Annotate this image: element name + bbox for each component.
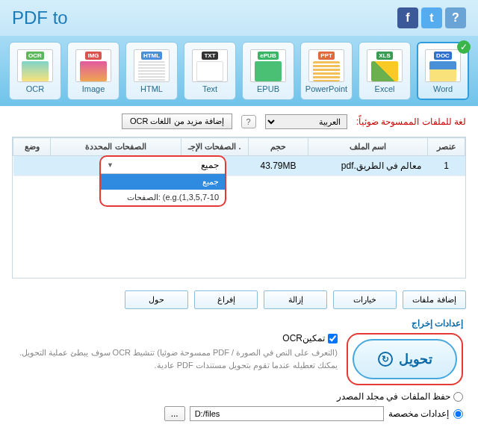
- pages-option-range[interactable]: الصفحات: (e.g.(1,3,5,7-10: [101, 190, 225, 205]
- check-icon: ✓: [457, 40, 471, 54]
- save-source-radio[interactable]: [453, 392, 463, 402]
- pages-option-all[interactable]: جميع: [101, 174, 225, 190]
- remove-button[interactable]: إزالة: [264, 290, 327, 309]
- convert-button[interactable]: تحويل ↻: [353, 339, 457, 379]
- tool-html[interactable]: HTMLHTML: [125, 42, 178, 100]
- ocr-lang-select[interactable]: العربية: [265, 114, 347, 129]
- tool-image[interactable]: IMGImage: [67, 42, 120, 100]
- col-status[interactable]: وضع: [13, 138, 51, 156]
- help-icon[interactable]: ?: [445, 7, 466, 28]
- ocr-lang-label: لغة للملفات الممسوحة ضوئياً:: [356, 116, 466, 127]
- add-ocr-lang-button[interactable]: إضافة مزيد من اللغات OCR: [122, 113, 232, 129]
- twitter-icon[interactable]: t: [421, 7, 442, 28]
- files-table: عنصر اسم الملف حجم . الصفحات الإجـ الصفح…: [13, 137, 465, 176]
- facebook-icon[interactable]: f: [397, 7, 418, 28]
- table-row[interactable]: 1 معالم في الطريق.pdf 43.79MB 196: [13, 156, 465, 176]
- tool-text[interactable]: TXTText: [184, 42, 236, 100]
- enable-ocr-checkbox[interactable]: [328, 334, 338, 343]
- col-index[interactable]: عنصر: [428, 138, 465, 156]
- refresh-icon: ↻: [378, 352, 393, 367]
- output-path-input[interactable]: [190, 406, 384, 421]
- tool-word[interactable]: ✓DOCWord: [417, 42, 469, 100]
- col-filename[interactable]: اسم الملف: [308, 138, 428, 156]
- col-selectedpages[interactable]: الصفحات المحددة: [51, 138, 181, 156]
- format-toolbar: OCROCR IMGImage HTMLHTML TXTText ePUBEPU…: [0, 36, 478, 106]
- browse-button[interactable]: ...: [164, 406, 185, 421]
- tool-ppt[interactable]: PPTPowerPoint: [300, 42, 353, 100]
- options-button[interactable]: خيارات: [333, 290, 397, 309]
- chevron-down-icon: ▼: [107, 161, 114, 169]
- tool-ocr[interactable]: OCROCR: [9, 42, 61, 100]
- about-button[interactable]: حول: [125, 290, 188, 309]
- pages-dropdown[interactable]: جميع▼ جميع الصفحات: (e.g.(1,3,5,7-10: [99, 155, 226, 207]
- tool-epub[interactable]: ePUBEPUB: [242, 42, 294, 100]
- lang-help-icon[interactable]: ?: [241, 115, 256, 128]
- tool-excel[interactable]: XLSExcel: [358, 42, 411, 100]
- ocr-note: (التعرف على النص في الصورة / PDF ممسوحة …: [15, 346, 338, 371]
- output-settings-title: إعدادات إخراج: [15, 318, 463, 329]
- app-title: PDF to: [12, 7, 68, 28]
- clear-button[interactable]: إفراغ: [194, 290, 258, 309]
- custom-path-radio[interactable]: [453, 409, 463, 419]
- add-files-button[interactable]: إضافة ملفات: [403, 290, 466, 309]
- col-totalpages[interactable]: . الصفحات الإجـ: [181, 138, 249, 156]
- col-size[interactable]: حجم: [249, 138, 308, 156]
